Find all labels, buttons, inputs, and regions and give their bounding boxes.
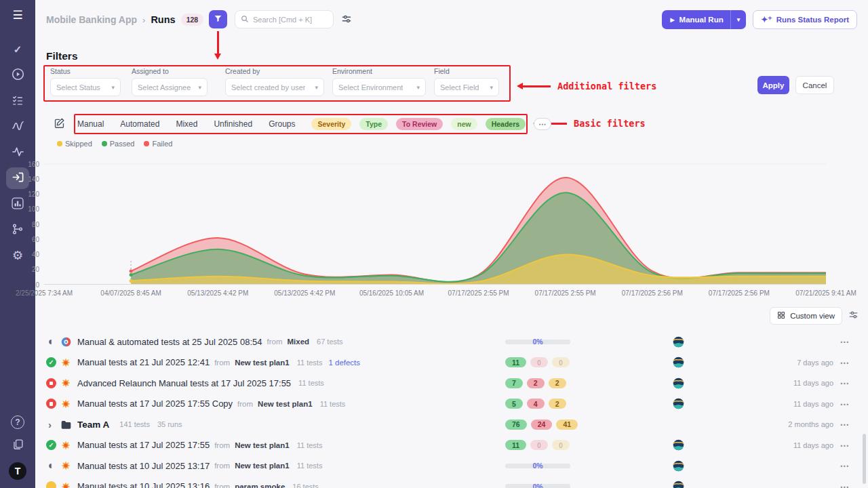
x-axis-label: 07/21/2025 9:41 AM xyxy=(795,289,856,297)
run-title: Manual tests at 17 Jul 2025 17:55 Copy xyxy=(77,399,233,409)
row-menu-button[interactable]: ⋯ xyxy=(833,378,856,388)
run-row[interactable]: ◐Manual tests at 10 Jul 2025 13:17fromNe… xyxy=(35,455,868,476)
y-tick-label: 60 xyxy=(32,236,39,243)
avatar-cell xyxy=(668,398,688,409)
filter-field-label: Field xyxy=(434,67,499,75)
breadcrumb-page: Runs xyxy=(151,14,175,25)
run-row[interactable]: Advanced Relaunch Manual tests at 17 Jul… xyxy=(35,373,868,394)
filter-select[interactable]: Select created by user▾ xyxy=(225,78,324,96)
run-row[interactable]: ✓Manual tests at 17 Jul 2025 17:55fromNe… xyxy=(35,435,868,456)
x-axis-label: 05/13/2025 4:42 PM xyxy=(187,289,248,297)
filter-select[interactable]: Select Status▾ xyxy=(50,78,121,96)
filter-select[interactable]: Select Field▾ xyxy=(434,78,499,96)
help-icon[interactable]: ? xyxy=(11,415,24,429)
compose-icon[interactable] xyxy=(54,117,65,131)
annotation-arrow-down-head xyxy=(214,54,221,60)
row-menu-button[interactable]: ⋯ xyxy=(833,336,856,347)
logo[interactable]: T xyxy=(9,462,26,480)
run-title: Advanced Relaunch Manual tests at 17 Jul… xyxy=(77,378,291,388)
run-stats: 1100 xyxy=(505,440,668,450)
search-input[interactable] xyxy=(253,16,328,24)
table-settings-icon[interactable] xyxy=(848,310,859,323)
count-badge-yellow: 2 xyxy=(549,378,566,388)
run-from-label: from xyxy=(214,441,230,449)
row-menu-button[interactable]: ⋯ xyxy=(833,399,856,409)
y-tick-label: 140 xyxy=(28,176,39,183)
breadcrumb-project[interactable]: Mobile Banking App xyxy=(46,14,137,25)
scrollbar[interactable] xyxy=(863,434,866,484)
assignee-avatar xyxy=(673,460,684,472)
runs-status-report-button[interactable]: ✦⁺ Runs Status Report xyxy=(753,10,857,29)
chip-severity[interactable]: Severity xyxy=(311,118,351,130)
custom-view-button[interactable]: Custom view xyxy=(770,307,842,325)
row-menu-button[interactable]: ⋯ xyxy=(833,357,856,368)
expander-icon[interactable]: › xyxy=(46,419,61,430)
filter-select-placeholder: Select created by user xyxy=(231,83,305,92)
progress-bar: 0% xyxy=(505,484,570,488)
tab-mixed[interactable]: Mixed xyxy=(176,119,197,129)
run-row[interactable]: Manual tests at 10 Jul 2025 13:16frompar… xyxy=(35,476,868,488)
run-title: Manual tests at 21 Jul 2025 12:41 xyxy=(77,357,210,367)
chip-new[interactable]: new xyxy=(451,118,477,130)
chip-to-review[interactable]: To Review xyxy=(396,118,443,130)
filter-select[interactable]: Select Environment▾ xyxy=(332,78,426,96)
assignee-avatar xyxy=(673,481,684,488)
run-status-stopped-icon xyxy=(46,399,61,409)
run-row[interactable]: Manual tests at 17 Jul 2025 17:55 Copyfr… xyxy=(35,394,868,415)
burst-icon xyxy=(61,461,77,470)
legend-item-failed: Failed xyxy=(144,140,172,148)
chip-type[interactable]: Type xyxy=(359,118,388,130)
cancel-button[interactable]: Cancel xyxy=(795,76,834,94)
manual-run-dropdown-button[interactable]: ▾ xyxy=(731,16,747,23)
row-menu-button[interactable]: ⋯ xyxy=(833,460,856,471)
x-axis-label: 2/25/2025 7:34 AM xyxy=(16,289,73,297)
sidebar-item-tests[interactable] xyxy=(6,90,29,112)
runs-table: ◐Manual & automated tests at 25 Jul 2025… xyxy=(35,331,868,488)
y-tick-label: 20 xyxy=(32,266,39,273)
chip-headers[interactable]: Headers xyxy=(486,118,526,130)
x-axis-label: 04/07/2025 8:45 AM xyxy=(100,289,161,297)
tab-automated[interactable]: Automated xyxy=(120,119,159,129)
run-status-in-progress-icon: ◐ xyxy=(46,337,61,347)
sliders-icon[interactable] xyxy=(341,14,352,27)
run-defects-link[interactable]: 1 defects xyxy=(328,359,360,367)
funnel-icon xyxy=(214,14,222,26)
legend-dot xyxy=(102,141,107,146)
row-menu-button[interactable]: ⋯ xyxy=(833,440,856,451)
filter-select-placeholder: Select Status xyxy=(56,83,100,92)
row-menu-button[interactable]: ⋯ xyxy=(833,419,856,430)
legend-label: Failed xyxy=(152,140,172,148)
count-badge-green: 76 xyxy=(505,420,527,430)
tab-groups[interactable]: Groups xyxy=(269,119,295,129)
burst-icon xyxy=(61,378,77,388)
sidebar-item-start[interactable] xyxy=(6,64,29,86)
count-badge-green: 11 xyxy=(505,357,526,367)
sidebar-item-ready[interactable]: ✓ xyxy=(6,39,29,60)
run-row[interactable]: ›Team A141 tests35 runs7624412 months ag… xyxy=(35,414,868,435)
tab-manual[interactable]: Manual xyxy=(77,119,104,129)
run-tests-count: 16 tests xyxy=(292,483,319,488)
legend-label: Passed xyxy=(110,140,135,148)
filter-select[interactable]: Select Assignee▾ xyxy=(132,78,208,96)
run-tests-count: 11 tests xyxy=(297,359,323,367)
assignee-avatar xyxy=(673,378,684,389)
run-title: Manual tests at 10 Jul 2025 13:17 xyxy=(77,461,210,471)
y-tick-label: 100 xyxy=(28,205,39,213)
pulse-icon xyxy=(12,145,24,160)
sidebar-item-analytics[interactable] xyxy=(6,116,29,138)
docs-icon[interactable] xyxy=(12,439,24,453)
apply-button[interactable]: Apply xyxy=(757,76,789,94)
more-filters-button[interactable]: ⋯ xyxy=(534,118,551,130)
run-row[interactable]: ✓Manual tests at 21 Jul 2025 12:41fromNe… xyxy=(35,352,868,373)
legend-item-passed: Passed xyxy=(102,140,135,148)
breadcrumb-separator-icon: › xyxy=(142,15,145,25)
menu-icon[interactable]: ☰ xyxy=(12,9,22,21)
filter-field-label: Environment xyxy=(332,67,426,75)
tab-unfinished[interactable]: Unfinished xyxy=(214,119,252,129)
manual-run-button[interactable]: ▶ Manual Run ▾ xyxy=(662,10,746,29)
filter-toggle-button[interactable] xyxy=(209,10,227,28)
run-stats: 542 xyxy=(505,399,668,409)
run-main: Manual tests at 10 Jul 2025 13:16frompar… xyxy=(77,481,505,488)
row-menu-button[interactable]: ⋯ xyxy=(833,481,856,488)
run-row[interactable]: ◐Manual & automated tests at 25 Jul 2025… xyxy=(35,331,868,352)
